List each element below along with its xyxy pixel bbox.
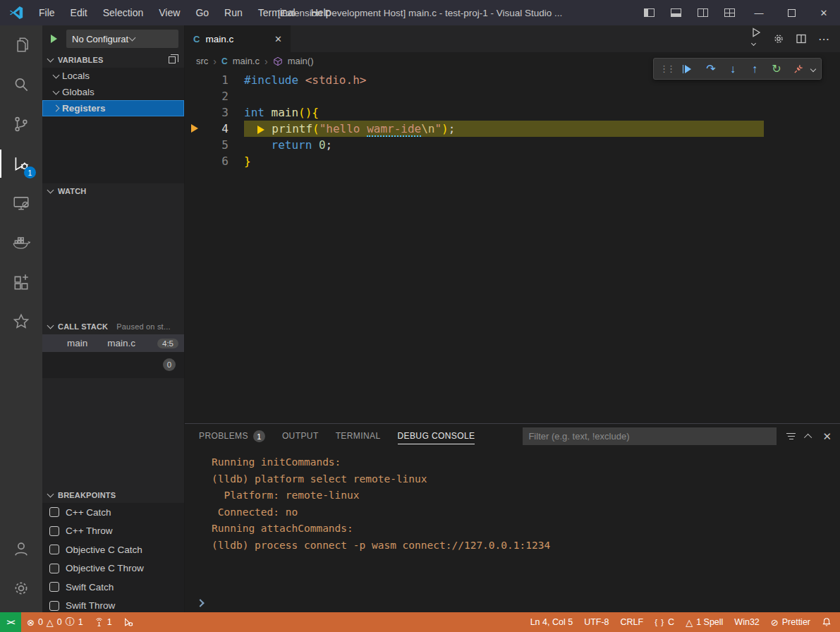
- sidebar-item-extensions[interactable]: [0, 262, 42, 302]
- menu-view[interactable]: View: [151, 0, 188, 25]
- tab-main-c[interactable]: C main.c ✕: [185, 25, 291, 52]
- code-editor[interactable]: 1#include <stdio.h>23int main(){4 printf…: [185, 70, 840, 423]
- sidebar-item-search[interactable]: [0, 65, 42, 104]
- vscode-window: FileEditSelectionViewGoRunTerminalHelp […: [0, 0, 840, 632]
- console-filter-input[interactable]: [523, 427, 777, 445]
- maximize-panel-icon[interactable]: [804, 433, 812, 441]
- ports-indicator[interactable]: 1: [89, 612, 118, 632]
- breakpoints-section-header[interactable]: BREAKPOINTS: [42, 487, 184, 503]
- minimize-button[interactable]: —: [743, 0, 775, 25]
- breakpoint-item[interactable]: Swift Throw: [42, 597, 184, 613]
- menu-run[interactable]: Run: [217, 0, 250, 25]
- debug-badge: 1: [24, 166, 36, 178]
- close-button[interactable]: ✕: [808, 0, 840, 25]
- run-or-debug-button[interactable]: [750, 27, 762, 51]
- breadcrumb-file[interactable]: main.c: [233, 56, 260, 66]
- console-line: Running initCommands:: [212, 454, 840, 471]
- breakpoint-item[interactable]: C++ Throw: [42, 522, 184, 541]
- step-into-button[interactable]: ↓: [726, 62, 739, 76]
- sidebar-item-run-debug[interactable]: 1: [0, 144, 42, 183]
- drag-handle[interactable]: ⋮⋮: [659, 63, 674, 74]
- launch-config-dropdown[interactable]: No Configurat: [66, 30, 178, 48]
- sidebar-item-explorer[interactable]: [0, 25, 42, 65]
- step-out-button[interactable]: ↑: [748, 62, 761, 76]
- menu-selection[interactable]: Selection: [95, 0, 152, 25]
- panel-tab-output[interactable]: OUTPUT: [282, 424, 319, 449]
- watch-section-header[interactable]: WATCH: [42, 183, 184, 199]
- code-token: [264, 106, 272, 119]
- restart-button[interactable]: ↻: [770, 62, 783, 76]
- formatter-indicator[interactable]: ⊘ Prettier: [765, 612, 816, 632]
- extensions-icon: [12, 273, 30, 291]
- sidebar-item-source-control[interactable]: [0, 104, 42, 144]
- remote-indicator[interactable]: ><: [0, 612, 21, 632]
- menu-edit[interactable]: Edit: [63, 0, 95, 25]
- toggle-secondary-sidebar-icon[interactable]: [689, 0, 716, 25]
- watch-body: [42, 199, 184, 319]
- sidebar-item-star[interactable]: [0, 302, 42, 341]
- call-stack-section-header[interactable]: CALL STACK Paused on st...: [42, 319, 184, 334]
- menu-go[interactable]: Go: [188, 0, 217, 25]
- launch-settings-icon[interactable]: [773, 33, 784, 44]
- menu-file[interactable]: File: [31, 0, 63, 25]
- panel-tab-label: PROBLEMS: [199, 428, 248, 444]
- variables-section-header[interactable]: VARIABLES: [42, 52, 184, 68]
- platform-indicator[interactable]: Win32: [729, 612, 765, 632]
- notifications-button[interactable]: [816, 612, 840, 632]
- variables-item-globals[interactable]: Globals: [42, 84, 184, 100]
- panel-tab-debug-console[interactable]: DEBUG CONSOLE: [398, 424, 475, 449]
- breakpoint-item[interactable]: Objective C Throw: [42, 559, 184, 578]
- breadcrumb-src[interactable]: src: [196, 56, 208, 66]
- window-controls: — ✕: [635, 0, 840, 25]
- activity-bar: 1: [0, 25, 42, 612]
- breakpoint-item[interactable]: Objective C Catch: [42, 540, 184, 559]
- breakpoint-checkbox[interactable]: [49, 582, 59, 592]
- problems-badge: 1: [253, 430, 265, 442]
- variables-item-registers[interactable]: Registers: [42, 100, 184, 116]
- problems-indicator[interactable]: ⊗0 △0 ⓘ1: [21, 612, 89, 632]
- files-icon: [12, 36, 30, 54]
- sidebar-item-remote-explorer[interactable]: [0, 183, 42, 223]
- panel-tab-terminal[interactable]: TERMINAL: [336, 424, 381, 449]
- console-line: Running attachCommands:: [212, 521, 840, 537]
- sidebar-item-docker[interactable]: [0, 223, 42, 262]
- language-indicator[interactable]: { } C: [649, 612, 680, 632]
- close-panel-icon[interactable]: ✕: [822, 430, 832, 443]
- debug-console-output[interactable]: Running initCommands:(lldb) platform sel…: [185, 449, 840, 612]
- toggle-panel-icon[interactable]: [662, 0, 689, 25]
- breakpoint-checkbox[interactable]: [49, 545, 59, 554]
- cursor-position[interactable]: Ln 4, Col 5: [525, 612, 578, 632]
- continue-button[interactable]: [683, 62, 695, 76]
- filter-icon[interactable]: [786, 433, 796, 440]
- spell-checker-indicator[interactable]: △ 1 Spell: [680, 612, 729, 632]
- breakpoint-checkbox[interactable]: [49, 507, 59, 517]
- breakpoint-item[interactable]: Swift Catch: [42, 578, 184, 597]
- encoding-indicator[interactable]: UTF-8: [578, 612, 614, 632]
- collapse-all-icon[interactable]: [169, 56, 176, 63]
- panel-tab-problems[interactable]: PROBLEMS1: [199, 424, 265, 449]
- breakpoint-checkbox[interactable]: [49, 564, 59, 573]
- line-number: 5: [203, 137, 244, 153]
- breakpoint-checkbox[interactable]: [49, 601, 59, 611]
- eol-indicator[interactable]: CRLF: [615, 612, 650, 632]
- account-button[interactable]: [0, 529, 42, 569]
- call-stack-frame[interactable]: mainmain.c4:5: [42, 334, 184, 352]
- split-editor-icon[interactable]: [796, 33, 807, 44]
- close-tab-icon[interactable]: ✕: [274, 34, 282, 44]
- breakpoint-item[interactable]: C++ Catch: [42, 503, 184, 522]
- code-token: ): [442, 122, 449, 135]
- maximize-button[interactable]: [775, 0, 808, 25]
- customize-layout-icon[interactable]: [716, 0, 743, 25]
- chevron-down-icon[interactable]: [810, 66, 816, 71]
- toggle-sidebar-icon[interactable]: [635, 0, 662, 25]
- disconnect-button[interactable]: [792, 62, 805, 76]
- debug-status-button[interactable]: [118, 612, 139, 632]
- settings-button[interactable]: [0, 569, 42, 608]
- breadcrumb-symbol[interactable]: main(): [288, 56, 314, 66]
- code-token: main: [272, 106, 299, 119]
- breakpoint-checkbox[interactable]: [49, 526, 59, 536]
- start-debug-icon[interactable]: [51, 35, 61, 43]
- variables-item-locals[interactable]: Locals: [42, 68, 184, 84]
- more-actions-icon[interactable]: ⋯: [818, 32, 830, 46]
- step-over-button[interactable]: ↷: [705, 62, 717, 76]
